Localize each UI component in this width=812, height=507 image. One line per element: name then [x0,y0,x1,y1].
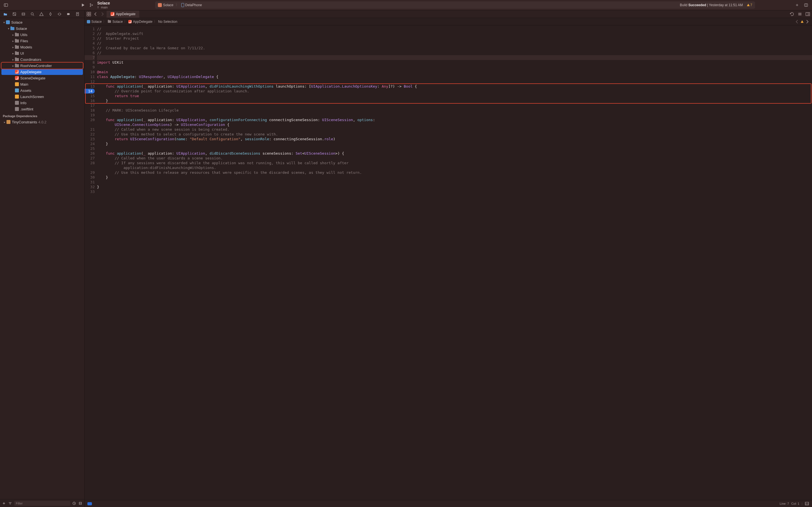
navigator-sidebar: ▾ Solace ▾Solace▸Utils▸Files▸Models▸UI▸C… [0,10,85,507]
nav-item-files[interactable]: ▸Files [0,38,84,44]
nav-item-main[interactable]: Main [0,81,84,87]
find-navigator-icon[interactable] [29,11,36,17]
nav-item-ui[interactable]: ▸UI [0,50,84,56]
editor-options-icon[interactable] [797,11,802,17]
svg-rect-44 [805,502,809,505]
editor-status-bar: Line: 7 Col: 1 | [85,500,812,507]
jumpbar-seg[interactable]: Solace [112,20,123,24]
nav-item-appdelegate[interactable]: AppDelegate [1,69,83,75]
disclosure-triangle[interactable]: ▸ [11,64,15,67]
add-editor-icon[interactable] [805,11,810,17]
nav-item-scenedelegate[interactable]: SceneDelegate [0,75,84,81]
related-items-icon[interactable] [86,11,91,17]
scheme-branch: main [97,6,110,9]
nav-item-coordinators[interactable]: ▸Coordinators [0,56,84,62]
project-icon [87,20,90,23]
nav-item-label: Files [20,39,28,43]
folder-icon [108,20,111,23]
test-navigator-icon[interactable] [47,11,54,17]
project-icon [6,20,10,24]
svg-point-6 [98,8,98,8]
branch-icon[interactable] [88,2,94,8]
folder-icon [15,33,19,36]
line-gutter[interactable]: 1234567891011121314151617181920212223242… [85,25,97,194]
folder-icon [15,58,19,61]
jumpbar-seg[interactable]: Solace [91,20,102,24]
jumpbar-seg[interactable]: AppDelegate [133,20,152,24]
breakpoint-navigator-icon[interactable] [65,11,71,17]
nav-item-rootviewcontroller[interactable]: ▸RootViewController [1,62,83,69]
nav-item-solace[interactable]: ▾Solace [0,25,84,32]
nav-item-label: Models [20,45,32,49]
svg-line-30 [74,503,75,504]
scheme-selector[interactable]: Solace main [97,1,110,9]
scheme-name: Solace [97,1,110,5]
issue-indicator-icon[interactable] [801,20,804,23]
nav-item-launchscreen[interactable]: LaunchScreen [0,94,84,100]
folder-icon [15,52,19,55]
project-navigator[interactable]: ▾ Solace ▾Solace▸Utils▸Files▸Models▸UI▸C… [0,18,84,499]
forward-button[interactable] [100,11,105,17]
disclosure-triangle[interactable]: ▸ [11,33,15,36]
back-button[interactable] [93,11,98,17]
assets-icon [15,89,19,93]
dep-tinyconstraints[interactable]: ▸TinyConstraints 4.0.2 [0,119,84,125]
nav-item-utils[interactable]: ▸Utils [0,32,84,38]
next-issue-icon[interactable] [805,19,810,24]
nav-item-assets[interactable]: Assets [0,87,84,94]
nav-item-label: Info [20,101,27,105]
svg-line-16 [33,15,34,15]
editor-tab[interactable]: AppDelegate [107,11,139,18]
prev-issue-icon[interactable] [795,19,800,24]
svg-point-3 [90,6,91,6]
package-icon [6,120,10,124]
nav-item-label: UI [20,51,24,55]
breakpoint-indicator-icon[interactable] [87,502,92,505]
folder-icon [15,40,19,43]
run-button[interactable] [80,2,86,8]
nav-item-info[interactable]: Info [0,100,84,106]
nav-item-label: Solace [16,26,27,31]
swift-file-icon [110,12,114,16]
sidebar-toggle-icon[interactable] [3,2,9,8]
nav-item--swiftlint[interactable]: .swiftlint [0,106,84,112]
app-icon [158,3,162,7]
library-icon[interactable] [803,2,809,8]
issue-navigator-icon[interactable] [38,11,45,17]
svg-rect-36 [89,14,91,16]
nav-project-root[interactable]: ▾ Solace [0,19,84,25]
nav-item-models[interactable]: ▸Models [0,44,84,50]
report-navigator-icon[interactable] [74,11,81,17]
nav-item-label: Coordinators [20,57,41,62]
svg-point-4 [92,4,93,5]
build-status: Build Succeeded | Yesterday at 11:51 AM [680,3,743,7]
folder-icon [10,27,14,30]
debug-navigator-icon[interactable] [56,11,63,17]
cursor-col: Col: 1 [791,502,799,505]
nav-item-label: Assets [20,89,31,93]
svg-point-5 [98,6,98,7]
disclosure-triangle[interactable]: ▸ [11,58,15,61]
filter-scope-icon[interactable] [8,500,12,506]
navigator-filter-input[interactable] [14,501,70,506]
nav-item-label: Main [20,82,28,87]
nav-item-label: Solace [11,20,22,24]
add-tab-icon[interactable] [794,2,800,8]
source-control-navigator-icon[interactable] [11,11,17,17]
activity-viewer[interactable]: Solace 〉 DelaPhone Build Succeeded | Yes… [155,1,755,9]
warning-count[interactable]: 7 [747,3,752,7]
source-editor[interactable]: 1234567891011121314151617181920212223242… [85,25,812,500]
debug-area-toggle-icon[interactable] [805,501,809,507]
scm-filter-icon[interactable] [78,500,83,506]
symbol-navigator-icon[interactable] [20,11,27,17]
add-file-icon[interactable] [2,500,6,506]
disclosure-triangle[interactable]: ▾ [7,27,10,30]
project-navigator-icon[interactable] [2,11,8,17]
disclosure-triangle[interactable]: ▸ [11,40,15,43]
reload-icon[interactable] [790,11,795,17]
disclosure-triangle[interactable]: ▸ [11,52,15,55]
jumpbar-seg[interactable]: No Selection [158,20,177,24]
recent-files-icon[interactable] [72,500,77,506]
disclosure-triangle[interactable]: ▸ [11,46,15,49]
jump-bar[interactable]: Solace 〉 Solace 〉 AppDelegate 〉 No Selec… [85,18,812,25]
